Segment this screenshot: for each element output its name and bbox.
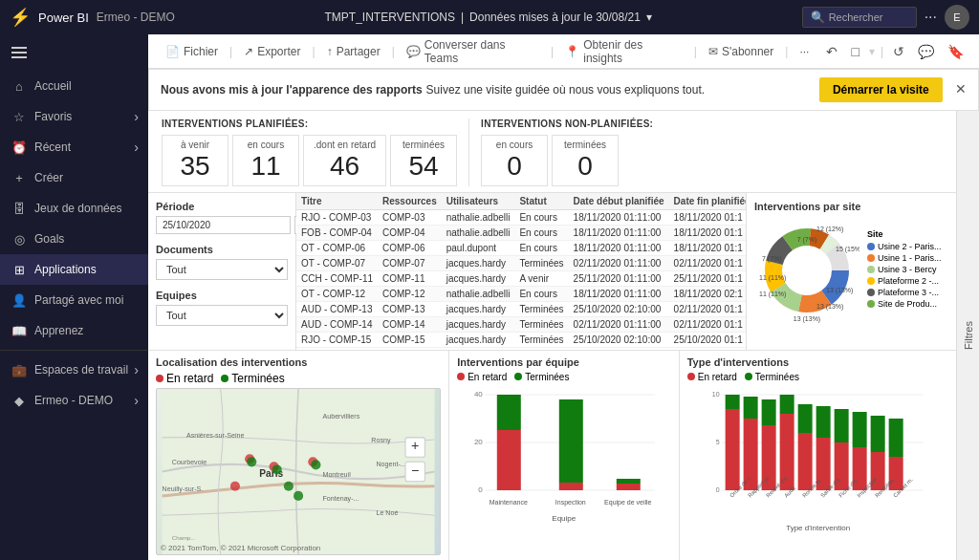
kpi-planned-items: à venir 35 en cours 11 .dont en retard 4… bbox=[162, 135, 457, 186]
svg-text:13 (13%): 13 (13%) bbox=[794, 315, 820, 323]
table-row[interactable]: RJO - COMP-15COMP-15jacques.hardyTerminé… bbox=[296, 332, 746, 347]
date-from-input[interactable] bbox=[156, 216, 291, 234]
col-date-debut: Date début planifiée bbox=[569, 193, 669, 210]
svg-point-34 bbox=[284, 482, 294, 491]
insights-button[interactable]: 📍 Obtenir des insights bbox=[559, 35, 688, 68]
svg-rect-80 bbox=[852, 412, 866, 447]
svg-text:13 (13%): 13 (13%) bbox=[826, 287, 853, 294]
svg-point-37 bbox=[294, 491, 303, 501]
notification-text: Suivez une visite guidée où nous vous ex… bbox=[426, 83, 706, 97]
legend-dot-1 bbox=[867, 243, 875, 250]
sidebar-item-goals[interactable]: ◎ Goals bbox=[0, 224, 148, 254]
map-panel: Localisation des interventions En retard… bbox=[148, 351, 449, 560]
svg-rect-73 bbox=[797, 433, 812, 490]
teams-label: Converser dans Teams bbox=[424, 38, 539, 65]
table-row[interactable]: RJO - COMP-03COMP-03nathalie.adbelliEn c… bbox=[296, 209, 746, 225]
table-row[interactable]: AUD - COMP-14COMP-14jacques.hardyTerminé… bbox=[296, 316, 746, 332]
insights-icon: 📍 bbox=[565, 45, 579, 58]
svg-text:0: 0 bbox=[715, 486, 719, 493]
table-row[interactable]: OT - COMP-07COMP-07jacques.hardyTerminée… bbox=[296, 255, 746, 270]
sidebar-item-learn[interactable]: 📖 Apprenez bbox=[0, 315, 148, 346]
type-chart-svg: 10 5 0 bbox=[687, 385, 948, 533]
kpi-planned-title: INTERVENTIONS PLANIFIÉES: bbox=[162, 118, 457, 129]
kpi-item-up-encours: en cours 0 bbox=[481, 135, 548, 186]
filters-sidebar[interactable]: Filtres bbox=[956, 111, 979, 560]
svg-text:Inspection: Inspection bbox=[555, 499, 586, 506]
table-row[interactable]: OT - COMP-12COMP-12nathalie.adbelliEn co… bbox=[296, 286, 746, 301]
star-icon: ☆ bbox=[11, 109, 27, 124]
svg-rect-70 bbox=[761, 399, 775, 425]
search-box[interactable]: 🔍 Rechercher bbox=[802, 7, 917, 28]
table-row[interactable]: FOB - COMP-04COMP-04nathalie.adbelliEn c… bbox=[296, 225, 746, 240]
sidebar-item-ermeo[interactable]: ◆ Ermeo - DEMO bbox=[0, 385, 148, 416]
subscribe-button[interactable]: ✉ S'abonner bbox=[703, 42, 779, 61]
share-label: Partager bbox=[337, 45, 381, 58]
legend-dot-2 bbox=[867, 254, 875, 262]
notification-bar: Nous avons mis à jour l'apparence des ra… bbox=[148, 69, 979, 111]
bookmark-button[interactable]: 🔖 bbox=[944, 40, 968, 63]
search-icon: 🔍 bbox=[811, 11, 825, 24]
sidebar-item-shared[interactable]: 👤 Partagé avec moi bbox=[0, 285, 148, 315]
svg-rect-50 bbox=[497, 395, 521, 430]
equipes-select[interactable]: Tout bbox=[156, 305, 288, 326]
refresh-button[interactable]: ↺ bbox=[889, 40, 908, 63]
svg-text:Nogent-...: Nogent-... bbox=[376, 461, 405, 468]
sidebar-item-creer[interactable]: + Créer bbox=[0, 162, 148, 193]
dropdown-arrow-icon[interactable]: ▾ bbox=[646, 11, 652, 24]
svg-text:Aubervilliers: Aubervilliers bbox=[323, 413, 360, 420]
sidebar-item-workspaces[interactable]: 💼 Espaces de travail bbox=[0, 355, 148, 385]
undo-button[interactable]: ↶ bbox=[822, 40, 841, 63]
teams-button[interactable]: 💬 Converser dans Teams bbox=[401, 35, 545, 68]
search-placeholder: Rechercher bbox=[829, 11, 883, 23]
export-button[interactable]: ↗ Exporter bbox=[238, 42, 306, 61]
subscribe-label: S'abonner bbox=[722, 45, 773, 58]
svg-rect-53 bbox=[617, 484, 641, 490]
interventions-table: Titre Ressources Utilisateurs Statut Dat… bbox=[296, 193, 746, 348]
documents-select[interactable]: Tout bbox=[156, 259, 288, 280]
svg-text:Rosny: Rosny bbox=[371, 437, 391, 444]
kpi-planned-group: INTERVENTIONS PLANIFIÉES: à venir 35 en … bbox=[162, 118, 457, 186]
notification-close-button[interactable]: ✕ bbox=[955, 81, 967, 97]
bottom-row: Localisation des interventions En retard… bbox=[148, 350, 956, 560]
export-icon: ↗ bbox=[244, 45, 253, 58]
legend-item-2: Usine 1 - Paris... bbox=[867, 253, 942, 263]
map-area[interactable]: Asnières-sur-Seine Aubervilliers Courbev… bbox=[156, 388, 441, 555]
col-ressources: Ressources bbox=[378, 193, 442, 210]
equipes-filter: Equipes Tout bbox=[156, 290, 288, 326]
sidebar-item-applications[interactable]: ⊞ Applications bbox=[0, 254, 148, 285]
sidebar-item-datasets[interactable]: 🗄 Jeux de données bbox=[0, 193, 148, 224]
svg-text:7 (7%): 7 (7%) bbox=[797, 236, 817, 244]
data-table-panel: Titre Ressources Utilisateurs Statut Dat… bbox=[296, 193, 746, 350]
sidebar-item-accueil[interactable]: ⌂ Accueil bbox=[0, 71, 148, 101]
svg-rect-51 bbox=[559, 483, 583, 490]
filters-label: Filtres bbox=[963, 321, 974, 350]
sidebar-toggle[interactable] bbox=[0, 34, 148, 71]
documents-filter: Documents Tout bbox=[156, 244, 288, 280]
table-row[interactable]: OT - COMP-06COMP-06paul.dupontEn cours18… bbox=[296, 240, 746, 255]
svg-text:5: 5 bbox=[715, 439, 719, 445]
user-avatar[interactable]: E bbox=[945, 5, 969, 30]
legend-dot-3 bbox=[867, 266, 875, 273]
more-toolbar-button[interactable]: ··· bbox=[794, 42, 815, 61]
start-tour-button[interactable]: Démarrer la visite bbox=[819, 77, 943, 102]
bar-chart-svg: 40 20 0 bbox=[457, 385, 671, 533]
svg-text:Montreuil: Montreuil bbox=[323, 471, 352, 479]
type-chart-panel: Type d'interventions En retard Terminées… bbox=[680, 351, 956, 560]
view-button[interactable]: □ bbox=[847, 40, 862, 63]
comment-button[interactable]: 💬 bbox=[914, 40, 938, 63]
svg-text:Le Noé: Le Noé bbox=[376, 509, 398, 517]
table-row[interactable]: CCH - COMP-11COMP-11jacques.hardyA venir… bbox=[296, 270, 746, 286]
col-date-fin: Date fin planifiée bbox=[669, 193, 746, 210]
svg-text:Type d'intervention: Type d'intervention bbox=[786, 524, 850, 532]
type-legend: En retard Terminées bbox=[687, 372, 948, 382]
svg-rect-66 bbox=[725, 395, 739, 409]
table-row[interactable]: AUD - COMP-13COMP-13jacques.hardyTerminé… bbox=[296, 301, 746, 316]
svg-point-38 bbox=[230, 482, 240, 491]
sidebar-item-recent[interactable]: ⏰ Récent bbox=[0, 132, 148, 162]
more-options-button[interactable]: ··· bbox=[925, 9, 937, 26]
file-button[interactable]: 📄 Fichier bbox=[160, 42, 224, 61]
sidebar-item-favoris[interactable]: ☆ Favoris bbox=[0, 101, 148, 132]
ermeo-icon: ◆ bbox=[11, 393, 27, 408]
share-button[interactable]: ↑ Partager bbox=[321, 42, 386, 61]
donut-legend: Site Usine 2 - Paris... Usine 1 - Paris.… bbox=[867, 229, 942, 311]
